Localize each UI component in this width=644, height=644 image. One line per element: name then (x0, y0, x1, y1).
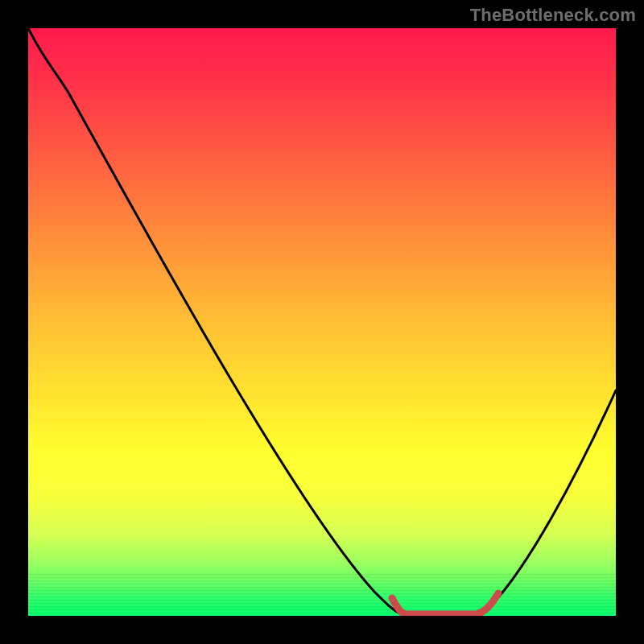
chart-frame: TheBottleneck.com (0, 0, 644, 644)
curve-flat-highlight (392, 593, 498, 614)
curve-path (28, 28, 616, 614)
watermark-text: TheBottleneck.com (470, 5, 636, 26)
bottleneck-curve (28, 28, 616, 616)
plot-area (28, 28, 616, 616)
